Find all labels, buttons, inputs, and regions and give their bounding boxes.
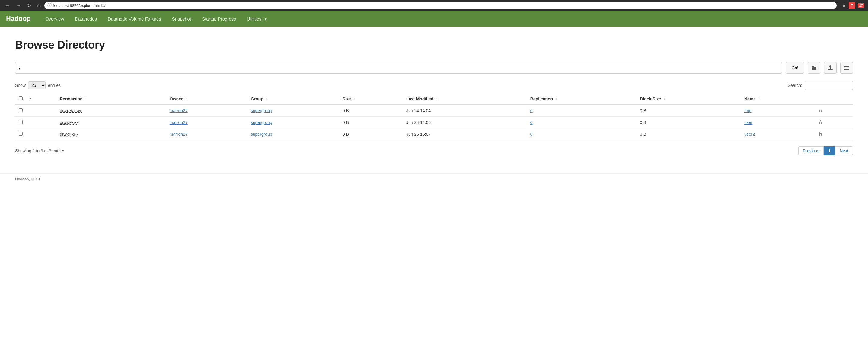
row-block-size-0: 0 B	[636, 105, 741, 117]
back-button[interactable]: ←	[4, 2, 12, 9]
nav-link-datanodes[interactable]: Datanodes	[69, 11, 102, 26]
show-entries: Show 10 25 50 100 entries	[15, 81, 61, 89]
path-input[interactable]	[15, 62, 782, 74]
nav-item-datanodes: Datanodes	[69, 11, 102, 26]
next-button[interactable]: Next	[835, 146, 853, 155]
page-1-button[interactable]: 1	[824, 146, 835, 155]
go-button[interactable]: Go!	[785, 62, 804, 74]
last-modified-sort-icon[interactable]: ↕	[436, 97, 438, 101]
row-checkbox-cell	[15, 129, 26, 140]
svg-rect-1	[844, 68, 849, 68]
home-button[interactable]: ⌂	[35, 2, 42, 9]
row-group-2[interactable]: supergroup	[247, 129, 339, 140]
row-name-link-2[interactable]: user2	[744, 132, 755, 137]
permission-sort-icon[interactable]: ↕	[85, 97, 87, 101]
name-sort-icon[interactable]: ↕	[758, 97, 760, 101]
row-name-0: tmp	[741, 105, 814, 117]
replication-sort-icon[interactable]: ↕	[555, 97, 557, 101]
forward-button[interactable]: →	[14, 2, 23, 9]
row-permission-1: drwxr-xr-x	[56, 117, 166, 129]
table-header-row: ↕ Permission ↕ Owner ↕ Group ↕ Size ↕	[15, 94, 853, 105]
page-content: Browse Directory Go! Show	[0, 27, 868, 167]
page-title: Browse Directory	[15, 39, 853, 51]
header-block-size: Block Size ↕	[636, 94, 741, 105]
row-owner-0[interactable]: marron27	[166, 105, 247, 117]
nav-link-snapshot[interactable]: Snapshot	[166, 11, 196, 26]
header-size: Size ↕	[339, 94, 403, 105]
info-icon: ⓘ	[48, 3, 52, 8]
size-sort-icon[interactable]: ↕	[353, 97, 355, 101]
bookmark-icon: ★	[841, 2, 846, 9]
row-size-2: 0 B	[339, 129, 403, 140]
upload-icon	[828, 65, 833, 71]
svg-rect-0	[844, 66, 849, 67]
block-size-sort-icon[interactable]: ↕	[663, 97, 665, 101]
profile-badge: T	[849, 2, 855, 9]
nav-link-datanode-volume-failures[interactable]: Datanode Volume Failures	[102, 11, 166, 26]
row-checkbox-0[interactable]	[19, 108, 23, 112]
svg-rect-2	[844, 69, 849, 70]
upload-icon-button[interactable]	[824, 62, 837, 74]
entries-label: entries	[48, 83, 61, 88]
row-delete-2[interactable]: 🗑	[814, 129, 853, 140]
header-sort: ↕	[26, 94, 56, 105]
nav-item-datanode-volume-failures: Datanode Volume Failures	[102, 11, 166, 26]
row-permission-0: drwx-wx-wx	[56, 105, 166, 117]
row-delete-1[interactable]: 🗑	[814, 117, 853, 129]
navbar-brand[interactable]: Hadoop	[6, 15, 31, 23]
row-block-size-2: 0 B	[636, 129, 741, 140]
search-box: Search:	[788, 81, 853, 90]
showing-text: Showing 1 to 3 of 3 entries	[15, 148, 65, 153]
search-input[interactable]	[805, 81, 853, 90]
row-replication-2: 0	[527, 129, 636, 140]
navbar: Hadoop Overview Datanodes Datanode Volum…	[0, 11, 868, 27]
reload-button[interactable]: ↻	[25, 2, 33, 9]
select-all-checkbox[interactable]	[19, 97, 23, 100]
previous-button[interactable]: Previous	[798, 146, 824, 155]
table-row: drwxr-xr-x marron27 supergroup 0 B Jun 2…	[15, 117, 853, 129]
row-checkbox-2[interactable]	[19, 132, 23, 136]
row-group-1[interactable]: supergroup	[247, 117, 339, 129]
row-group-0[interactable]: supergroup	[247, 105, 339, 117]
row-sort-cell-1	[26, 117, 56, 129]
nav-link-utilities[interactable]: Utilities ▼	[242, 11, 273, 26]
row-owner-2[interactable]: marron27	[166, 129, 247, 140]
nav-item-startup-progress: Startup Progress	[196, 11, 242, 26]
tab-count: 27	[858, 3, 864, 7]
header-checkbox	[15, 94, 26, 105]
row-replication-0: 0	[527, 105, 636, 117]
header-last-modified: Last Modified ↕	[403, 94, 527, 105]
row-last-modified-0: Jun 24 14:04	[403, 105, 527, 117]
row-name-2: user2	[741, 129, 814, 140]
browser-chrome: ← → ↻ ⌂ ⓘ localhost:9870/explorer.html#/…	[0, 0, 868, 11]
folder-icon-button[interactable]	[808, 62, 820, 74]
row-name-link-1[interactable]: user	[744, 120, 752, 125]
header-actions	[814, 94, 853, 105]
row-replication-1: 0	[527, 117, 636, 129]
row-owner-1[interactable]: marron27	[166, 117, 247, 129]
row-checkbox-1[interactable]	[19, 120, 23, 124]
header-permission: Permission ↕	[56, 94, 166, 105]
footer-text: Hadoop, 2019	[15, 177, 40, 181]
row-checkbox-cell	[15, 105, 26, 117]
navbar-links: Overview Datanodes Datanode Volume Failu…	[40, 11, 273, 26]
sort-icon: ↕	[30, 97, 32, 101]
row-last-modified-1: Jun 24 14:06	[403, 117, 527, 129]
header-name: Name ↕	[741, 94, 814, 105]
pagination-row: Showing 1 to 3 of 3 entries Previous 1 N…	[15, 146, 853, 155]
list-icon-button[interactable]	[840, 62, 853, 74]
row-size-1: 0 B	[339, 117, 403, 129]
browser-right: ★ T 27	[841, 2, 864, 9]
nav-item-utilities: Utilities ▼	[242, 11, 273, 26]
entries-select[interactable]: 10 25 50 100	[28, 81, 45, 89]
owner-sort-icon[interactable]: ↕	[185, 97, 187, 101]
row-delete-0[interactable]: 🗑	[814, 105, 853, 117]
address-bar: ⓘ localhost:9870/explorer.html#/	[44, 2, 837, 9]
list-icon	[844, 65, 849, 70]
pagination-buttons: Previous 1 Next	[798, 146, 853, 155]
group-sort-icon[interactable]: ↕	[266, 97, 268, 101]
row-name-link-0[interactable]: tmp	[744, 108, 751, 113]
header-group: Group ↕	[247, 94, 339, 105]
nav-link-startup-progress[interactable]: Startup Progress	[196, 11, 242, 26]
nav-link-overview[interactable]: Overview	[40, 11, 70, 26]
